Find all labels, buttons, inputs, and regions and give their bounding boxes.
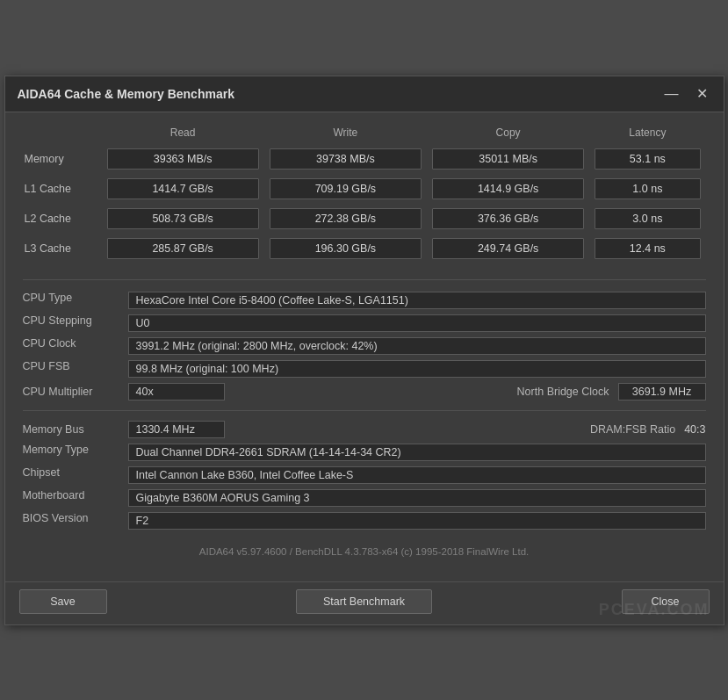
motherboard-label: Motherboard (23, 489, 128, 502)
main-window: AIDA64 Cache & Memory Benchmark — ✕ Read… (4, 76, 724, 625)
cpu-stepping-value: U0 (128, 314, 706, 332)
memory-type-row: Memory Type Dual Channel DDR4-2661 SDRAM… (23, 441, 706, 464)
bios-value: F2 (128, 512, 706, 530)
copy-cell-3: 249.74 GB/s (427, 234, 589, 263)
read-cell-2: 508.73 GB/s (102, 204, 264, 234)
start-benchmark-button[interactable]: Start Benchmark (296, 589, 432, 614)
button-bar: Save Start Benchmark Close PCEVA.COM (5, 581, 724, 624)
close-button-bar[interactable]: Close (622, 589, 710, 614)
read-cell-1: 1414.7 GB/s (102, 174, 264, 204)
latency-cell-2: 3.0 ns (589, 204, 705, 234)
footer-info: AIDA64 v5.97.4600 / BenchDLL 4.3.783-x64… (23, 539, 706, 567)
north-bridge-value: 3691.9 MHz (618, 383, 706, 401)
cpu-stepping-row: CPU Stepping U0 (23, 312, 706, 335)
col-header-write: Write (264, 126, 427, 144)
window-title: AIDA64 Cache & Memory Benchmark (18, 87, 234, 101)
latency-cell-1: 1.0 ns (589, 174, 705, 204)
read-cell-3: 285.87 GB/s (102, 234, 264, 263)
chipset-value: Intel Cannon Lake B360, Intel Coffee Lak… (128, 466, 706, 484)
copy-cell-0: 35011 MB/s (427, 144, 589, 174)
motherboard-row: Motherboard Gigabyte B360M AORUS Gaming … (23, 487, 706, 509)
window-controls: — ✕ (661, 85, 711, 103)
cpu-type-label: CPU Type (23, 292, 128, 304)
benchmark-table: Read Write Copy Latency Memory 39363 MB/… (23, 126, 706, 263)
divider-2 (23, 410, 706, 411)
north-bridge-label: North Bridge Clock (517, 386, 618, 398)
write-cell-1: 709.19 GB/s (264, 174, 427, 204)
cpu-clock-label: CPU Clock (23, 337, 128, 350)
memory-type-label: Memory Type (23, 444, 128, 456)
cpu-stepping-label: CPU Stepping (23, 314, 128, 327)
memory-bus-value: 1330.4 MHz (128, 421, 225, 438)
cpu-type-row: CPU Type HexaCore Intel Core i5-8400 (Co… (23, 289, 706, 312)
bios-label: BIOS Version (23, 512, 128, 524)
table-row: L1 Cache 1414.7 GB/s 709.19 GB/s 1414.9 … (23, 174, 706, 204)
table-row: L3 Cache 285.87 GB/s 196.30 GB/s 249.74 … (23, 234, 706, 263)
table-row: Memory 39363 MB/s 39738 MB/s 35011 MB/s … (23, 144, 706, 174)
row-label-2: L2 Cache (23, 204, 102, 234)
dram-fsb-value: 40:3 (684, 423, 705, 436)
cpu-fsb-row: CPU FSB 99.8 MHz (original: 100 MHz) (23, 357, 706, 380)
close-button[interactable]: ✕ (693, 85, 711, 103)
row-label-0: Memory (23, 144, 102, 174)
read-cell-0: 39363 MB/s (102, 144, 264, 174)
row-label-3: L3 Cache (23, 234, 102, 263)
write-cell-3: 196.30 GB/s (264, 234, 427, 263)
cpu-fsb-label: CPU FSB (23, 360, 128, 372)
main-content: Read Write Copy Latency Memory 39363 MB/… (5, 112, 724, 581)
col-header-read: Read (102, 126, 264, 144)
latency-cell-3: 12.4 ns (589, 234, 705, 263)
divider-1 (23, 279, 706, 280)
write-cell-2: 272.38 GB/s (264, 204, 427, 234)
title-bar: AIDA64 Cache & Memory Benchmark — ✕ (5, 76, 724, 112)
save-button[interactable]: Save (19, 589, 107, 614)
bios-row: BIOS Version F2 (23, 509, 706, 532)
write-cell-0: 39738 MB/s (264, 144, 427, 174)
col-header-copy: Copy (427, 126, 589, 144)
cpu-multiplier-row: CPU Multiplier 40x North Bridge Clock 36… (23, 380, 706, 403)
copy-cell-2: 376.36 GB/s (427, 204, 589, 234)
cpu-multiplier-value: 40x (128, 383, 225, 401)
col-header-latency: Latency (589, 126, 705, 144)
chipset-row: Chipset Intel Cannon Lake B360, Intel Co… (23, 464, 706, 487)
cpu-fsb-value: 99.8 MHz (original: 100 MHz) (128, 360, 706, 378)
cpu-type-value: HexaCore Intel Core i5-8400 (Coffee Lake… (128, 292, 706, 309)
memory-type-value: Dual Channel DDR4-2661 SDRAM (14-14-14-3… (128, 444, 706, 461)
row-label-1: L1 Cache (23, 174, 102, 204)
cpu-clock-row: CPU Clock 3991.2 MHz (original: 2800 MHz… (23, 335, 706, 357)
cpu-multiplier-label: CPU Multiplier (23, 386, 128, 398)
latency-cell-0: 53.1 ns (589, 144, 705, 174)
copy-cell-1: 1414.9 GB/s (427, 174, 589, 204)
chipset-label: Chipset (23, 466, 128, 479)
dram-fsb-label: DRAM:FSB Ratio (590, 423, 684, 436)
motherboard-value: Gigabyte B360M AORUS Gaming 3 (128, 489, 706, 507)
memory-bus-label: Memory Bus (23, 423, 128, 436)
info-section: CPU Type HexaCore Intel Core i5-8400 (Co… (23, 289, 706, 532)
cpu-clock-value: 3991.2 MHz (original: 2800 MHz, overcloc… (128, 337, 706, 355)
minimize-button[interactable]: — (661, 85, 682, 103)
memory-bus-row: Memory Bus 1330.4 MHz DRAM:FSB Ratio 40:… (23, 418, 706, 441)
table-row: L2 Cache 508.73 GB/s 272.38 GB/s 376.36 … (23, 204, 706, 234)
